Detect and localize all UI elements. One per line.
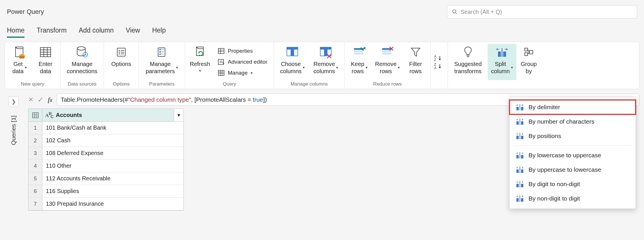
- keep-rows-icon: [352, 45, 367, 59]
- tab-view[interactable]: View: [126, 24, 140, 38]
- select-all-corner[interactable]: [29, 109, 42, 121]
- table-row[interactable]: 3108 Deferred Expense: [29, 147, 183, 160]
- options-button[interactable]: Options: [107, 44, 136, 80]
- svg-rect-113: [516, 184, 519, 187]
- formula-confirm-button[interactable]: ✓: [37, 95, 44, 104]
- group-caption-transforms: [451, 80, 539, 88]
- chevron-down-icon: ▾: [336, 65, 338, 70]
- group-caption-data-sources: Data sources: [63, 80, 101, 88]
- cell-accounts[interactable]: 108 Deferred Expense: [42, 147, 183, 159]
- svg-point-12: [77, 47, 85, 50]
- svg-marker-116: [516, 181, 518, 183]
- enter-data-button[interactable]: Enter data: [34, 44, 57, 80]
- tab-add-column[interactable]: Add column: [79, 24, 113, 38]
- svg-rect-87: [521, 107, 523, 110]
- cell-accounts[interactable]: 102 Cash: [42, 134, 183, 147]
- title-bar: Power Query Search (Alt + Q): [0, 0, 644, 21]
- svg-rect-103: [516, 155, 519, 158]
- svg-rect-45: [291, 50, 294, 56]
- manage-parameters-button[interactable]: Manage parameters ▾: [142, 44, 182, 80]
- filter-rows-button[interactable]: Filter rows: [404, 44, 427, 80]
- expand-queries-button[interactable]: ❯: [8, 97, 19, 107]
- choose-columns-button[interactable]: Choose columns ▾: [277, 44, 308, 80]
- column-header-accounts[interactable]: ABC Accounts: [42, 109, 174, 121]
- menu-lowercase-to-uppercase[interactable]: By lowercase to uppercase: [509, 148, 636, 162]
- svg-rect-76: [525, 48, 528, 51]
- search-input[interactable]: Search (Alt + Q): [447, 5, 637, 18]
- remove-columns-label: Remove columns: [314, 61, 335, 75]
- menu-non-digit-to-digit[interactable]: By non-digit to digit: [509, 191, 636, 206]
- menu-label: By delimiter: [529, 104, 560, 111]
- table-row[interactable]: 2102 Cash: [29, 134, 183, 147]
- chevron-down-icon: ▾: [176, 65, 178, 70]
- menu-uppercase-to-lowercase[interactable]: By uppercase to lowercase: [509, 162, 636, 177]
- menu-label: By lowercase to uppercase: [529, 152, 601, 159]
- column-filter-button[interactable]: ▾: [174, 109, 183, 121]
- menu-digit-to-non-digit[interactable]: By digit to non-digit: [509, 177, 636, 191]
- table-row[interactable]: 4110 Other: [29, 160, 183, 172]
- sort-asc-button[interactable]: AZ: [434, 55, 444, 61]
- suggested-transforms-button[interactable]: Suggested transforms: [451, 44, 485, 80]
- sort-asc-icon: AZ: [434, 55, 444, 61]
- split-icon: [516, 132, 524, 140]
- row-number[interactable]: 4: [29, 160, 42, 172]
- remove-rows-button[interactable]: Remove rows ▾: [373, 44, 401, 80]
- svg-marker-117: [522, 181, 523, 183]
- keep-rows-button[interactable]: Keep rows ▾: [347, 44, 371, 80]
- menu-by-positions[interactable]: By positions: [509, 129, 636, 143]
- svg-rect-70: [503, 52, 506, 57]
- fx-icon[interactable]: fx: [48, 96, 52, 104]
- row-number[interactable]: 1: [29, 122, 42, 134]
- cell-accounts[interactable]: 130 Prepaid Insurance: [42, 198, 183, 210]
- svg-point-0: [453, 10, 456, 13]
- sort-desc-button[interactable]: ZA: [434, 63, 444, 69]
- tab-transform[interactable]: Transform: [37, 24, 67, 38]
- get-data-button[interactable]: Get data ▾: [8, 44, 31, 80]
- advanced-editor-button[interactable]: Advanced editor: [216, 57, 269, 67]
- cell-accounts[interactable]: 116 Supplies: [42, 185, 183, 197]
- search-placeholder: Search (Alt + Q): [461, 9, 502, 15]
- group-caption-manage-columns: Manage columns: [277, 80, 341, 88]
- options-label: Options: [111, 61, 131, 68]
- queries-panel-collapsed: ❯ Queries [1]: [5, 94, 22, 211]
- group-caption-reduce-rows: Reduce rows: [347, 80, 427, 88]
- queries-panel-label[interactable]: Queries [1]: [10, 116, 17, 145]
- lightbulb-icon: [461, 45, 476, 59]
- svg-marker-66: [439, 67, 441, 69]
- properties-button[interactable]: Properties: [216, 46, 269, 56]
- menu-by-number-of-characters[interactable]: By number of characters: [509, 114, 636, 129]
- group-caption-parameters: Parameters: [142, 80, 182, 88]
- row-number[interactable]: 6: [29, 185, 42, 197]
- search-icon: [452, 9, 458, 15]
- refresh-icon: [192, 45, 207, 59]
- manage-connections-button[interactable]: Manage connections: [63, 44, 101, 80]
- cell-accounts[interactable]: 110 Other: [42, 160, 183, 172]
- group-caption-options: Options: [107, 80, 136, 88]
- row-number[interactable]: 3: [29, 147, 42, 159]
- enter-data-label: Enter data: [39, 61, 52, 75]
- tab-help[interactable]: Help: [152, 24, 166, 38]
- split-column-button[interactable]: Split column ▾: [488, 44, 516, 80]
- row-number[interactable]: 5: [29, 172, 42, 185]
- cell-accounts[interactable]: 112 Accounts Receivable: [42, 172, 183, 185]
- row-number[interactable]: 2: [29, 134, 42, 147]
- manage-button[interactable]: Manage ▾: [216, 68, 269, 78]
- group-by-button[interactable]: Group by: [519, 44, 539, 80]
- table-icon: [32, 112, 39, 118]
- table-row[interactable]: 5112 Accounts Receivable: [29, 172, 183, 185]
- chevron-down-icon: ▾: [511, 65, 513, 70]
- tab-home[interactable]: Home: [7, 24, 24, 38]
- table-row[interactable]: 6116 Supplies: [29, 185, 183, 198]
- chevron-down-icon[interactable]: ▾: [199, 68, 201, 73]
- manage-connections-label: Manage connections: [67, 61, 98, 75]
- table-row[interactable]: 7130 Prepaid Insurance: [29, 198, 183, 210]
- menu-by-delimiter[interactable]: By delimiter: [509, 100, 636, 114]
- remove-columns-button[interactable]: Remove columns ▾: [310, 44, 341, 80]
- refresh-button[interactable]: Refresh ▾: [188, 44, 212, 80]
- advanced-editor-icon: [217, 58, 225, 65]
- table-row[interactable]: 1101 Bank/Cash at Bank: [29, 122, 183, 134]
- svg-rect-23: [159, 49, 161, 50]
- cell-accounts[interactable]: 101 Bank/Cash at Bank: [42, 122, 183, 134]
- formula-cancel-button[interactable]: ✕: [28, 96, 33, 103]
- row-number[interactable]: 7: [29, 198, 42, 210]
